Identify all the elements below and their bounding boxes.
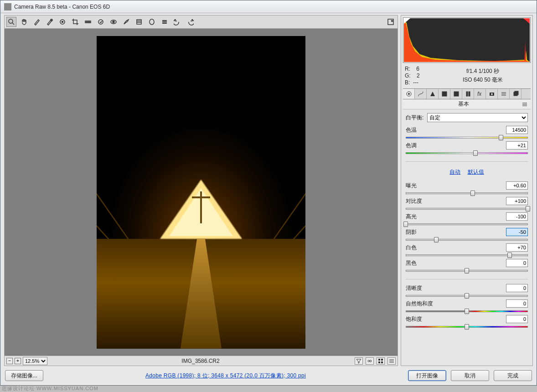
svg-text:fx: fx [477, 91, 482, 97]
top-toolbar [4, 15, 398, 29]
slider-shadows: 阴影 -50 [406, 228, 528, 242]
tab-presets-icon[interactable] [498, 89, 510, 99]
tab-fx-icon[interactable]: fx [474, 89, 486, 99]
right-panel: R: 6 G: 2 B: --- f/1.4 1/100 秒 ISO 640 5… [401, 15, 533, 366]
radial-filter-tool-icon[interactable] [147, 17, 157, 27]
tab-curve-icon[interactable] [415, 89, 427, 99]
body: − + 12.5% IMG_3586.CR2 [0, 13, 537, 366]
svg-rect-15 [381, 359, 383, 361]
window-title: Camera Raw 8.5 beta - Canon EOS 6D [14, 4, 110, 10]
slider-clarity-track[interactable] [406, 293, 528, 299]
titlebar[interactable]: Camera Raw 8.5 beta - Canon EOS 6D [0, 0, 537, 13]
default-link[interactable]: 默认值 [468, 169, 484, 175]
grid-view-icon[interactable] [377, 357, 385, 365]
slider-contrast: 对比度 +100 [406, 197, 528, 211]
slider-vibrance: 自然饱和度 0 [406, 299, 528, 314]
list-view-icon[interactable] [387, 357, 396, 365]
slider-blacks: 黑色 0 [406, 259, 528, 273]
spot-removal-tool-icon[interactable] [96, 17, 106, 27]
basic-panel: 白平衡: 自定 色温 14500 色调 +21 自动 默认值 [401, 109, 532, 366]
slider-shadows-value[interactable]: -50 [506, 228, 528, 236]
slider-tint: 色调 +21 [406, 141, 528, 156]
cancel-button[interactable]: 取消 [451, 370, 489, 381]
white-balance-row: 白平衡: 自定 [406, 113, 528, 122]
filter-icon[interactable] [355, 357, 363, 365]
exif-meta: f/1.4 1/100 秒 ISO 640 50 毫米 [437, 66, 529, 86]
done-button[interactable]: 完成 [494, 370, 532, 381]
crop-tool-icon[interactable] [70, 17, 80, 27]
tab-camera-icon[interactable] [486, 89, 498, 99]
slider-saturation-value[interactable]: 0 [506, 315, 528, 323]
adjustment-brush-tool-icon[interactable] [121, 17, 131, 27]
auto-link[interactable]: 自动 [449, 169, 460, 175]
rating-icon[interactable] [366, 357, 374, 365]
slider-temp-value[interactable]: 14500 [506, 126, 528, 134]
slider-highlights-value[interactable]: -100 [506, 212, 528, 221]
footer: 存储图像... Adobe RGB (1998); 8 位; 3648 x 54… [0, 366, 537, 385]
tab-snapshots-icon[interactable] [510, 89, 522, 99]
tab-lens-icon[interactable] [462, 89, 474, 99]
tab-basic-icon[interactable] [403, 89, 415, 99]
slider-whites-value[interactable]: +70 [506, 243, 528, 252]
auto-default-links: 自动 默认值 [406, 168, 528, 176]
white-balance-select[interactable]: 自定 [427, 113, 528, 122]
toggle-fullscreen-icon[interactable] [386, 17, 396, 27]
tab-split-tone-icon[interactable] [450, 89, 462, 99]
svg-rect-17 [381, 361, 383, 363]
slider-saturation-track[interactable] [406, 324, 528, 330]
targeted-adjustment-tool-icon[interactable] [57, 17, 67, 27]
svg-point-0 [9, 19, 13, 23]
exif-readout: R: 6 G: 2 B: --- f/1.4 1/100 秒 ISO 640 5… [401, 65, 532, 88]
open-image-button[interactable]: 打开图像 [408, 370, 446, 381]
slider-vibrance-track[interactable] [406, 309, 528, 314]
slider-tint-track[interactable] [406, 150, 528, 156]
zoom-out-button[interactable]: − [6, 358, 13, 364]
preferences-tool-icon[interactable] [160, 17, 170, 27]
graduated-filter-tool-icon[interactable] [134, 17, 144, 27]
slider-contrast-value[interactable]: +100 [506, 197, 528, 205]
slider-shadows-track[interactable] [406, 237, 528, 242]
tab-detail-icon[interactable] [427, 89, 439, 99]
slider-tint-value[interactable]: +21 [506, 141, 528, 150]
panel-title-bar: 基本 [403, 99, 531, 109]
svg-rect-16 [378, 361, 380, 363]
slider-temp-track[interactable] [406, 135, 528, 140]
slider-exposure-value[interactable]: +0.60 [506, 181, 528, 190]
svg-point-26 [491, 93, 493, 95]
save-image-button[interactable]: 存储图像... [5, 370, 43, 381]
slider-blacks-track[interactable] [406, 268, 528, 273]
slider-highlights-track[interactable] [406, 222, 528, 227]
svg-point-10 [150, 19, 154, 25]
preview-area[interactable] [4, 29, 398, 356]
hand-tool-icon[interactable] [19, 17, 29, 27]
slider-blacks-value[interactable]: 0 [506, 259, 528, 267]
rotate-ccw-icon[interactable] [172, 17, 182, 27]
color-sampler-tool-icon[interactable] [45, 17, 55, 27]
slider-exposure-track[interactable] [406, 191, 528, 196]
slider-clarity-value[interactable]: 0 [506, 284, 528, 292]
svg-rect-11 [388, 19, 393, 25]
rotate-cw-icon[interactable] [185, 17, 195, 27]
slider-clarity-label: 清晰度 [406, 284, 506, 292]
slider-temp: 色温 14500 [406, 126, 528, 140]
tab-hsl-icon[interactable] [439, 89, 450, 99]
red-eye-tool-icon[interactable] [108, 17, 119, 27]
slider-contrast-track[interactable] [406, 206, 528, 211]
zoom-in-button[interactable]: + [15, 358, 21, 364]
zoom-select[interactable]: 12.5% [23, 357, 47, 365]
histogram[interactable] [403, 17, 531, 63]
panel-title: 基本 [406, 100, 522, 108]
workflow-link[interactable]: Adobe RGB (1998); 8 位; 3648 x 5472 (20.0… [48, 372, 403, 380]
slider-whites-track[interactable] [406, 253, 528, 258]
panel-menu-icon[interactable] [522, 101, 528, 108]
zoom-tool-icon[interactable] [6, 17, 16, 27]
slider-blacks-label: 黑色 [406, 259, 506, 267]
rgb-readout: R: 6 G: 2 B: --- [405, 66, 437, 86]
watermark: 思缘设计论坛 WWW.MISSYUAN.COM [2, 385, 98, 392]
slider-vibrance-value[interactable]: 0 [506, 299, 528, 308]
white-balance-tool-icon[interactable] [32, 17, 42, 27]
straighten-tool-icon[interactable] [83, 17, 93, 27]
left-column: − + 12.5% IMG_3586.CR2 [4, 15, 398, 366]
slider-highlights-label: 高光 [406, 213, 506, 221]
slider-tint-label: 色调 [406, 142, 506, 150]
